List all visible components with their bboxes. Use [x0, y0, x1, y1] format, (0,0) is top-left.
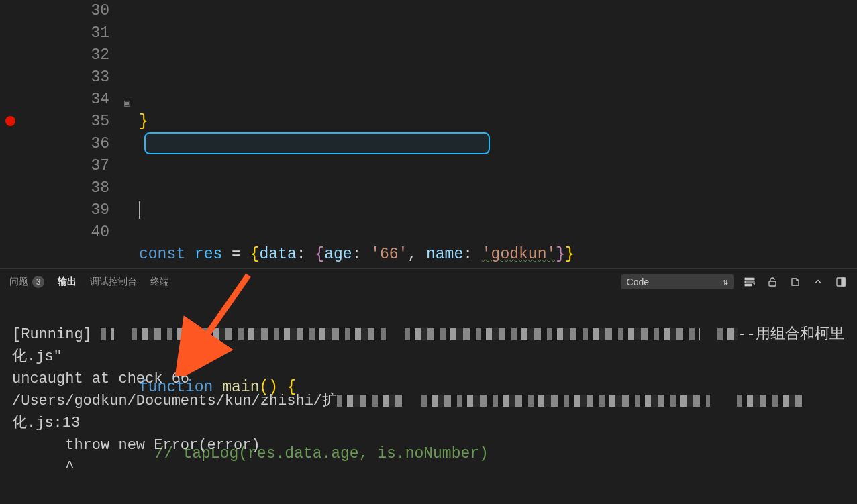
code-line[interactable]: } [139, 111, 857, 133]
code-area[interactable]: } const res = {data: {age: '66', name: '… [139, 0, 857, 268]
line-number-gutter: 30 31 32 33 34 35 36 37 38 39 40 [87, 0, 124, 268]
fold-gutter[interactable]: ▣ [124, 0, 139, 268]
problems-count-badge: 3 [32, 276, 44, 288]
line-number: 32 [87, 44, 109, 66]
code-editor[interactable]: 30 31 32 33 34 35 36 37 38 39 40 ▣ } con… [0, 0, 857, 268]
line-number: 37 [87, 155, 109, 177]
text-cursor [139, 201, 140, 219]
code-line[interactable]: const res = {data: {age: '66', name: 'go… [139, 244, 857, 266]
output-line: ^ [12, 459, 74, 476]
line-number: 36 [87, 133, 109, 155]
line-number: 30 [87, 0, 109, 22]
redacted-text [132, 328, 387, 340]
line-number: 40 [87, 221, 109, 244]
output-line: /Users/godkun/Documents/kun/zhishi/扩 化.j… [12, 393, 804, 432]
redacted-text [717, 328, 738, 340]
line-number: 33 [87, 66, 109, 89]
breakpoint-marker[interactable] [5, 116, 15, 126]
tab-problems[interactable]: 问题 3 [9, 274, 44, 289]
line-number: 31 [87, 22, 109, 44]
line-number: 39 [87, 199, 109, 221]
line-number: 35 [87, 111, 109, 133]
output-line: throw new Error(error) [12, 437, 260, 454]
output-content[interactable]: [Running] --用组合和柯里化.js" uncaught at chec… [0, 295, 857, 504]
redacted-text [421, 395, 710, 407]
selection-highlight [144, 132, 490, 154]
redacted-text [337, 395, 404, 407]
tab-output[interactable]: 输出 [58, 274, 77, 289]
redacted-text [405, 328, 700, 340]
line-number: 38 [87, 177, 109, 199]
fold-toggle-icon[interactable]: ▣ [124, 93, 130, 115]
code-line[interactable] [139, 177, 857, 199]
redacted-text [101, 328, 114, 340]
redacted-text [737, 395, 804, 407]
output-line: [Running] --用组合和柯里化.js" [12, 326, 844, 365]
tab-label: 问题 [9, 276, 28, 288]
output-line: uncaught at check 66 [12, 370, 189, 387]
line-number: 34 [87, 89, 109, 111]
breakpoint-gutter[interactable] [0, 0, 20, 268]
tab-label: 输出 [58, 276, 77, 288]
tab-label: 调试控制台 [90, 276, 137, 288]
tab-debug-console[interactable]: 调试控制台 [90, 274, 137, 289]
bottom-panel: 问题 3 输出 调试控制台 终端 Code ⇅ [0, 268, 857, 503]
